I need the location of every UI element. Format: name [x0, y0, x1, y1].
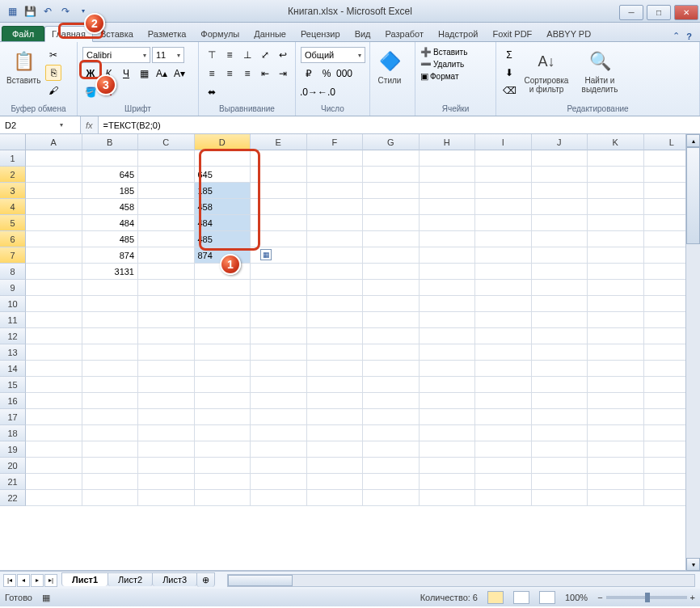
tab-рецензир[interactable]: Рецензир	[293, 26, 348, 41]
cell[interactable]	[26, 474, 82, 490]
column-header[interactable]: H	[420, 134, 476, 150]
cell[interactable]	[82, 474, 139, 490]
cell[interactable]	[420, 296, 476, 312]
cell[interactable]	[420, 312, 476, 328]
row-header[interactable]: 9	[0, 280, 26, 296]
number-format-combo[interactable]: Общий▾	[301, 47, 365, 63]
undo-icon[interactable]: ↶	[40, 4, 55, 19]
minimize-ribbon-icon[interactable]: ⌃	[673, 31, 680, 41]
cell[interactable]	[26, 231, 82, 247]
cell[interactable]	[307, 312, 364, 328]
view-normal-button[interactable]	[487, 591, 504, 604]
cell[interactable]	[138, 264, 195, 280]
row-header[interactable]: 21	[0, 474, 26, 490]
cell[interactable]	[251, 490, 307, 506]
help-icon[interactable]: ?	[686, 32, 692, 41]
cut-button[interactable]: ✂	[45, 47, 61, 63]
cell[interactable]	[195, 474, 251, 490]
cell[interactable]	[26, 344, 82, 361]
cell[interactable]	[138, 361, 195, 377]
cell[interactable]: 645	[82, 167, 139, 183]
cell[interactable]	[363, 361, 420, 377]
cell[interactable]	[138, 167, 195, 183]
column-header[interactable]: D	[195, 134, 251, 150]
formula-input[interactable]: =ТЕКСТ(B2;0)	[98, 116, 700, 133]
wrap-text-button[interactable]: ↩	[275, 47, 291, 63]
cell[interactable]	[588, 474, 644, 490]
cell[interactable]	[363, 458, 420, 474]
tab-foxit pdf[interactable]: Foxit PDF	[485, 26, 539, 41]
cell[interactable]	[307, 393, 364, 409]
align-bottom-button[interactable]: ⊥	[239, 47, 255, 63]
cell[interactable]	[195, 312, 251, 328]
copy-button[interactable]: ⎘	[45, 65, 61, 81]
cell[interactable]	[532, 377, 588, 393]
cell[interactable]	[475, 280, 532, 296]
sheet-nav-first[interactable]: |◂	[3, 574, 16, 587]
cell[interactable]	[307, 344, 364, 361]
cell[interactable]	[26, 280, 82, 296]
sheet-tab[interactable]: Лист1	[61, 572, 108, 586]
sheet-nav-last[interactable]: ▸|	[44, 574, 57, 587]
row-header[interactable]: 17	[0, 409, 26, 425]
find-select-button[interactable]: 🔍 Найти и выделить	[576, 47, 624, 95]
row-header[interactable]: 20	[0, 458, 26, 474]
cell[interactable]	[475, 312, 532, 328]
select-all-corner[interactable]	[0, 134, 26, 150]
currency-button[interactable]: ₽	[301, 65, 317, 82]
cell[interactable]	[475, 361, 532, 377]
cell[interactable]	[138, 425, 195, 441]
paste-button[interactable]: 📋 Вставить	[5, 47, 42, 87]
cell[interactable]	[420, 215, 476, 231]
cell[interactable]	[420, 458, 476, 474]
underline-button[interactable]: Ч	[118, 65, 134, 82]
increase-indent-button[interactable]: ⇥	[275, 65, 291, 82]
format-painter-button[interactable]: 🖌	[45, 82, 61, 99]
view-layout-button[interactable]	[513, 591, 529, 604]
format-cells-button[interactable]: ▣Формат	[420, 71, 459, 82]
cell[interactable]	[475, 199, 532, 215]
cell[interactable]	[363, 296, 420, 312]
cell[interactable]	[532, 490, 588, 506]
cell[interactable]	[307, 231, 364, 247]
cell[interactable]	[138, 328, 195, 344]
tab-вид[interactable]: Вид	[348, 26, 378, 41]
cell[interactable]	[588, 167, 644, 183]
row-header[interactable]: 13	[0, 344, 26, 361]
cell[interactable]	[195, 150, 251, 167]
cell[interactable]	[420, 183, 476, 199]
clear-button[interactable]: ⌫	[501, 82, 517, 99]
cell[interactable]: 458	[82, 199, 139, 215]
sheet-nav-next[interactable]: ▸	[31, 574, 44, 587]
row-header[interactable]: 19	[0, 441, 26, 458]
row-header[interactable]: 14	[0, 361, 26, 377]
row-header[interactable]: 11	[0, 312, 26, 328]
cell[interactable]	[82, 377, 139, 393]
cell[interactable]	[251, 458, 307, 474]
cell[interactable]	[138, 215, 195, 231]
cell[interactable]	[363, 231, 420, 247]
cell[interactable]	[195, 425, 251, 441]
cell[interactable]	[363, 377, 420, 393]
cell[interactable]	[532, 247, 588, 264]
cell[interactable]	[26, 312, 82, 328]
cell[interactable]	[251, 199, 307, 215]
cell[interactable]: 485	[82, 231, 139, 247]
cell[interactable]	[363, 247, 420, 264]
cell[interactable]	[195, 490, 251, 506]
scroll-down-icon[interactable]: ▾	[686, 558, 700, 571]
cell[interactable]	[363, 441, 420, 458]
cell[interactable]	[363, 344, 420, 361]
hscroll-thumb[interactable]	[228, 575, 293, 586]
column-header[interactable]: C	[138, 134, 195, 150]
cell[interactable]	[363, 409, 420, 425]
column-header[interactable]: K	[588, 134, 644, 150]
shrink-font-button[interactable]: A▾	[171, 65, 188, 82]
cell[interactable]	[532, 167, 588, 183]
cell[interactable]: 3131	[82, 264, 139, 280]
cell[interactable]	[26, 328, 82, 344]
cell[interactable]	[588, 393, 644, 409]
row-header[interactable]: 3	[0, 183, 26, 199]
cell[interactable]	[588, 280, 644, 296]
row-header[interactable]: 12	[0, 328, 26, 344]
